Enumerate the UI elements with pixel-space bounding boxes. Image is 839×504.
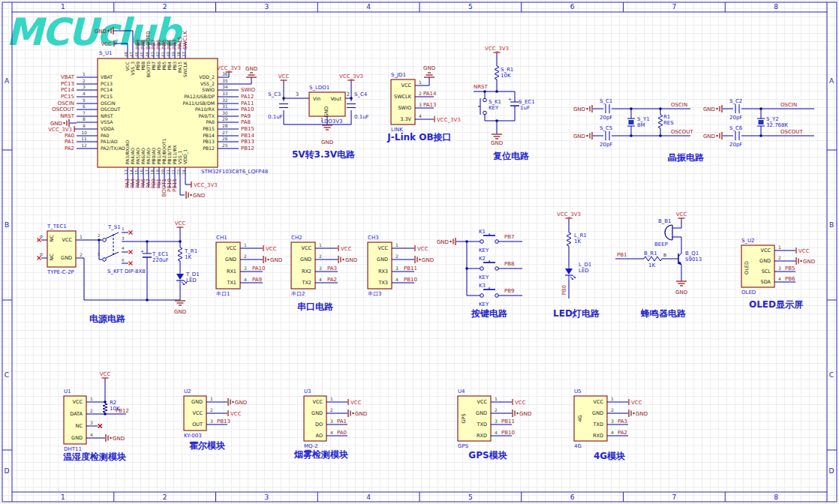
zone-column-label: 3 [265,494,269,501]
pin-name: PB14 [203,133,215,138]
footprint-label: OLED [741,290,756,296]
pin-name: TX2 [301,280,311,286]
net-label: PB11 [172,178,178,192]
pin-number: 29 [222,116,228,122]
power-flag: VCC [417,246,429,252]
zone-row-label: B [829,221,834,229]
connector-U1[interactable]: U1DHT11VCC1DATA2PB12NC3GND4GND [64,388,129,452]
pin-number: 28 [222,123,228,128]
net-label: OSCIN [58,100,74,106]
net-label: PA11 [241,100,254,106]
part-label: T_S1 [107,224,121,230]
designator: CH2 [291,235,302,241]
connector-U3[interactable]: U3MQ-2VCC1VCCGND2GNDDO3PA1AO4PA0 [304,388,367,449]
zone-column-label: 4 [366,494,371,501]
connector-CH3[interactable]: CH3串口3VCC1VCCGND2GNDRX33PB11TX34PB10 [368,235,434,297]
section-title: 温湿度检测模块 [63,452,126,462]
pin-name: Vin [313,96,320,102]
pin-name: GND [300,256,311,262]
pin-number: 4 [495,430,498,435]
pin-name: NC [76,423,83,429]
pin-name: VCC [760,248,771,254]
pin-name: VDD_2 [199,74,215,80]
ground-symbol: GND [703,134,715,140]
zone-column-label: 4 [366,3,371,10]
text-label: GND [174,309,186,315]
net-label: PA0 [65,133,74,139]
text-label: B [663,252,666,257]
footprint-label: TYPE-C-2P [47,269,74,275]
pin-name: PC13 [101,81,113,86]
power-flag: VCC_3V3 [437,117,461,123]
pin-number: 2 [80,252,83,257]
zone-row-label: C [5,371,9,379]
pin-number: 3 [90,420,93,425]
designator: S_LDO1 [309,85,329,91]
pin-name: PC14 [101,87,113,92]
pin-number: 1 [395,242,398,248]
zone-column-label: 7 [672,3,677,10]
connector-T_TEC1[interactable]: T_TEC1TYPE-C-2PNCNCVCC1GND2 [47,224,83,275]
ground-symbol: GND [270,257,282,263]
wire [672,237,681,254]
text-label: 4 [122,246,125,250]
pin-name: OSCIN [101,100,116,106]
connector-U4[interactable]: U4GPSGPSVCC1VCCGND2GNDTXD3PB11RXD4PB10 [458,388,531,449]
led [565,268,573,274]
resistor [178,248,182,261]
designator: CH3 [368,235,379,241]
net-label: PA13 [423,102,436,108]
pin-name: PB8 [140,62,146,70]
pin-name: PA2/TX/AO [101,146,125,151]
designator: T_TEC1 [47,224,67,230]
pin-number: 2 [778,255,781,260]
section-title: 按键电路 [471,308,508,319]
switch-pole [103,238,107,242]
part-label: B_B1 [658,218,672,224]
section-title: 晶振电路 [668,152,705,163]
pin-name: VDDA [101,126,115,131]
connector-S_JD1[interactable]: S_JD1LINKVCC1SWCLK2PA14SWIO3PA133.3V4VCC… [391,72,461,133]
pin-name: VCC [72,399,83,405]
pin-name: GND [61,255,72,261]
ground-symbol: GND [235,400,247,406]
connector-CH1[interactable]: CH1串口1VCC1VCCGND2GNDRX13PA10TX14PA9 [216,235,282,297]
connector-S_U2[interactable]: S_U2OLEDOLEDVCC1VCCGND2GNDSCL3PB5SDA4PB6 [741,238,815,296]
zone-column-label: 1 [61,494,65,501]
net-label: PB6 [785,276,795,282]
pin-name: VCC [62,237,72,243]
pin-number: 1 [330,396,333,401]
pin-number: 1 [778,244,781,250]
section-title: 烟雾检测模块 [293,449,348,460]
pin-number: 1 [210,396,213,401]
connector-U2[interactable]: U2KY-003GND1GNDVCC2VCCOUT3PB13 [184,388,247,439]
schematic-canvas[interactable]: 1122334455667788AABBCCDDVCCVCC_3V3VCC_3V… [0,0,839,504]
part-label: 1K [185,254,191,260]
switch-pole [103,258,107,262]
designator: U1 [64,388,71,394]
pin-name: SWIO [398,105,411,111]
pin-number: 2 [83,78,86,83]
connector-U5[interactable]: U54G4GVCC1VCCGND2GNDTXD3PA3RXD4PA2 [574,388,648,449]
net-label: PA10 [252,266,265,272]
pin-name: PA1/AO [101,139,118,144]
zone-column-label: 8 [774,494,778,501]
pin-number: 2 [611,407,614,412]
part-label: LED [186,278,197,284]
pin-name: VCC [593,399,603,405]
power-flag: VCC_3V3 [557,212,581,218]
power-flag: VCC_3V3 [194,182,218,188]
pin-name: PA9/TX [198,113,215,118]
part-label: R2 [110,400,116,406]
section-title: 串口电路 [297,302,334,312]
net-label: PA8 [241,119,251,125]
text-label: GND [675,290,687,296]
connector-S_LDO1[interactable]: S_LDO1LDO3V3VinVoutGND [309,85,345,124]
wire [106,232,119,238]
pin-name: VCC [312,399,323,405]
pin-number: 3 [419,102,422,107]
connector-CH2[interactable]: CH2串口2VCC1VCCGND2GNDRX23PA3TX24PA2 [291,235,357,297]
zone-row-label: B [5,221,9,229]
mcu-S_U1[interactable]: S_U1STM32F103C8T6_LQFP48VBAT1VBATPC132PC… [52,31,268,197]
net-label: PA12 [241,94,254,100]
